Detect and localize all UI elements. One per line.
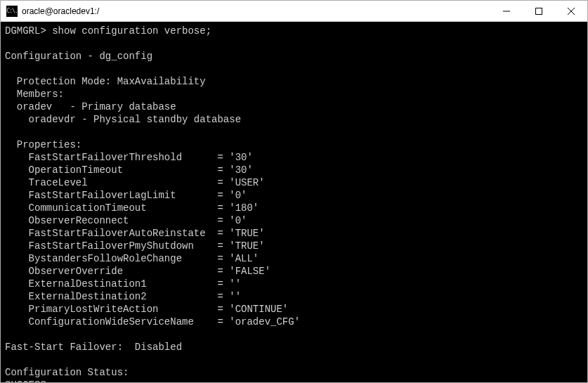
members-label: Members:	[5, 89, 64, 100]
member-desc: - Primary database	[70, 101, 176, 112]
member-name: oradevdr	[5, 114, 76, 125]
prompt: DGMGRL>	[5, 25, 46, 37]
minimize-button[interactable]	[490, 1, 523, 21]
window-controls	[490, 1, 587, 21]
config-header: Configuration - dg_config	[5, 51, 152, 62]
terminal-output[interactable]: DGMGRL> show configuration verbose; Conf…	[1, 22, 587, 382]
command-line: show configuration verbose;	[52, 25, 211, 37]
svg-rect-1	[536, 8, 542, 14]
fsfo-value: Disabled	[135, 342, 182, 353]
properties-label: Properties:	[5, 139, 81, 150]
window-titlebar: C:\. oracle@oracledev1:/	[1, 1, 587, 22]
terminal-icon: C:\.	[6, 6, 18, 17]
config-status-label: Configuration Status:	[5, 367, 129, 378]
member-name: oradev	[5, 101, 64, 112]
window-title: oracle@oracledev1:/	[22, 6, 490, 16]
protection-mode-value: MaxAvailability	[117, 76, 206, 87]
config-status-value: SUCCESS	[5, 379, 46, 382]
maximize-button[interactable]	[523, 1, 555, 21]
member-desc: - Physical standby database	[81, 114, 241, 125]
properties-list: FastStartFailoverThreshold = '30' Operat…	[5, 152, 300, 327]
protection-mode-label: Protection Mode:	[5, 76, 111, 87]
close-button[interactable]	[555, 1, 587, 21]
fsfo-label: Fast-Start Failover:	[5, 342, 129, 353]
